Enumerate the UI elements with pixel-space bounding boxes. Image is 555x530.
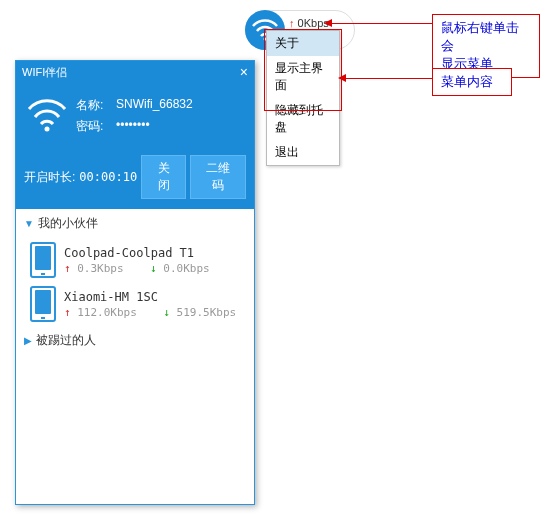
device-name: Xiaomi-HM 1SC xyxy=(64,290,236,304)
wifi-name: SNWifi_66832 xyxy=(116,97,193,114)
triangle-right-icon: ▶ xyxy=(24,335,32,346)
main-window: WIFI伴侣 × 名称: SNWifi_66832 密码: •••••••• 开… xyxy=(15,60,255,505)
tray-up-speed: ↑ 0Kbps xyxy=(289,16,329,30)
uptime-value: 00:00:10 xyxy=(79,170,137,184)
menu-item-about[interactable]: 关于 xyxy=(267,31,339,56)
device-info: Coolpad-Coolpad T1 ↑ 0.3Kbps ↓ 0.0Kbps xyxy=(64,242,210,278)
device-phone-icon xyxy=(30,242,56,278)
tray-context-menu: 关于 显示主界面 隐藏到托盘 退出 xyxy=(266,30,340,166)
menu-item-hide-tray[interactable]: 隐藏到托盘 xyxy=(267,98,339,140)
menu-item-exit[interactable]: 退出 xyxy=(267,140,339,165)
content-area: ▼ 我的小伙伴 Coolpad-Coolpad T1 ↑ 0.3Kbps ↓ 0… xyxy=(16,209,254,355)
device-row[interactable]: Xiaomi-HM 1SC ↑ 112.0Kbps ↓ 519.5Kbps xyxy=(16,282,254,326)
qrcode-button[interactable]: 二维码 xyxy=(190,155,246,199)
pwd-label: 密码: xyxy=(76,118,116,135)
titlebar[interactable]: WIFI伴侣 × xyxy=(16,61,254,83)
device-phone-icon xyxy=(30,286,56,322)
close-button[interactable]: 关闭 xyxy=(141,155,186,199)
section-partners[interactable]: ▼ 我的小伙伴 xyxy=(16,209,254,238)
callout-arrow-line xyxy=(330,23,432,24)
window-title: WIFI伴侣 xyxy=(22,65,67,80)
section-partners-label: 我的小伙伴 xyxy=(38,215,98,232)
device-name: Coolpad-Coolpad T1 xyxy=(64,246,210,260)
triangle-down-icon: ▼ xyxy=(24,218,34,229)
callout-menu-content: 菜单内容 xyxy=(432,68,512,96)
svg-point-1 xyxy=(45,127,50,132)
device-speeds: ↑ 0.3Kbps ↓ 0.0Kbps xyxy=(64,262,210,275)
wifi-info: 名称: SNWifi_66832 密码: •••••••• xyxy=(76,91,246,141)
name-label: 名称: xyxy=(76,97,116,114)
callout-arrow-head xyxy=(338,74,346,82)
toolbar: 开启时长: 00:00:10 关闭 二维码 xyxy=(16,149,254,209)
wifi-password: •••••••• xyxy=(116,118,150,135)
device-row[interactable]: Coolpad-Coolpad T1 ↑ 0.3Kbps ↓ 0.0Kbps xyxy=(16,238,254,282)
wifi-icon-large xyxy=(26,95,68,137)
callout-arrow-head xyxy=(324,19,332,27)
device-info: Xiaomi-HM 1SC ↑ 112.0Kbps ↓ 519.5Kbps xyxy=(64,286,236,322)
menu-item-show-main[interactable]: 显示主界面 xyxy=(267,56,339,98)
section-kicked-label: 被踢过的人 xyxy=(36,332,96,349)
header-panel: 名称: SNWifi_66832 密码: •••••••• xyxy=(16,83,254,149)
uptime-label: 开启时长: xyxy=(24,169,75,186)
section-kicked[interactable]: ▶ 被踢过的人 xyxy=(16,326,254,355)
device-speeds: ↑ 112.0Kbps ↓ 519.5Kbps xyxy=(64,306,236,319)
callout-arrow-line xyxy=(344,78,432,79)
close-icon[interactable]: × xyxy=(240,64,248,80)
